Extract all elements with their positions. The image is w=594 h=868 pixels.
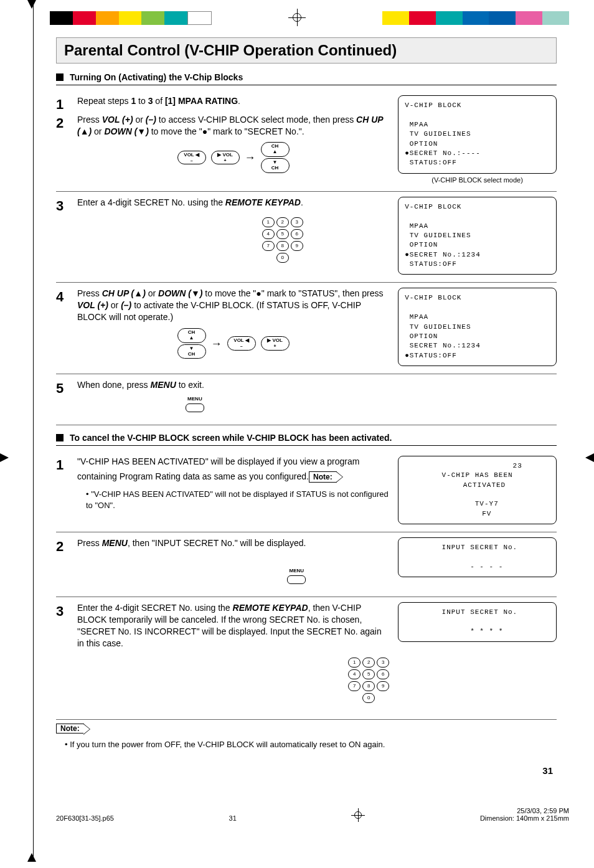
footer-datetime: 25/3/03, 2:59 PM bbox=[517, 807, 569, 814]
footer-page: 31 bbox=[229, 814, 237, 822]
step-text: Repeat steps 1 to 3 of [1] MPAA RATING. bbox=[77, 95, 240, 114]
footer-dimension: Dimension: 140mm x 215mm bbox=[480, 814, 569, 822]
key-8[interactable]: 8 bbox=[362, 681, 375, 691]
osd-display: V-CHIP BLOCK MPAA TV GUIDELINES OPTION ●… bbox=[398, 197, 557, 275]
menu-button[interactable]: MENU bbox=[186, 396, 204, 412]
key-2[interactable]: 2 bbox=[362, 658, 375, 668]
step: 3Enter a 4-digit SECRET No. using the RE… bbox=[56, 192, 557, 283]
vol-button[interactable]: VOL ◀– bbox=[177, 151, 206, 164]
key-1[interactable]: 1 bbox=[262, 217, 275, 227]
menu-button[interactable]: MENU bbox=[287, 568, 306, 584]
key-7[interactable]: 7 bbox=[262, 241, 275, 251]
step: 4Press CH UP (▲) or DOWN (▼) to move the… bbox=[56, 283, 557, 374]
note-text: • "V-CHIP HAS BEEN ACTIVATED" will not b… bbox=[86, 489, 389, 511]
remote-keypad: 1234567890 bbox=[348, 658, 389, 703]
key-4[interactable]: 4 bbox=[262, 229, 275, 239]
key-4[interactable]: 4 bbox=[348, 669, 361, 679]
key-7[interactable]: 7 bbox=[348, 681, 361, 691]
step-text: Press VOL (+) or (–) to access V-CHIP BL… bbox=[77, 114, 389, 178]
key-9[interactable]: 9 bbox=[291, 241, 303, 251]
arrow-right-icon: → bbox=[245, 150, 256, 165]
key-8[interactable]: 8 bbox=[276, 241, 289, 251]
step: 2Press MENU, then "INPUT SECRET No." wil… bbox=[56, 532, 557, 597]
ch-down-button[interactable]: ▼CH bbox=[177, 344, 206, 359]
step-number: 3 bbox=[56, 602, 68, 712]
osd-display: INPUT SECRET No. * * * * bbox=[398, 602, 557, 642]
key-9[interactable]: 9 bbox=[377, 681, 389, 691]
page-title: Parental Control (V-CHIP Operation Conti… bbox=[56, 37, 557, 64]
section-activating: Turning On (Activating) the V-Chip Block… bbox=[56, 70, 557, 85]
key-6[interactable]: 6 bbox=[291, 229, 303, 239]
step-text: "V-CHIP HAS BEEN ACTIVATED" will be disp… bbox=[77, 456, 389, 514]
step: 1Repeat steps 1 to 3 of [1] MPAA RATING.… bbox=[56, 90, 557, 192]
key-5[interactable]: 5 bbox=[362, 669, 375, 679]
key-3[interactable]: 3 bbox=[291, 217, 303, 227]
ch-down-button[interactable]: ▼CH bbox=[261, 158, 290, 173]
step-text: Enter a 4-digit SECRET No. using the REM… bbox=[77, 197, 303, 271]
step: 5When done, press MENU to exit. MENU bbox=[56, 374, 557, 425]
osd-caption: (V-CHIP BLOCK select mode) bbox=[398, 176, 557, 184]
note-label: Note: bbox=[56, 724, 84, 734]
footer: 20F630[31-35].p65 31 25/3/03, 2:59 PM Di… bbox=[0, 788, 594, 828]
vol-button[interactable]: ▶ VOL+ bbox=[211, 151, 240, 164]
step-number: 1 bbox=[56, 456, 68, 514]
bullet-icon bbox=[56, 434, 64, 441]
step: 3Enter the 4-digit SECRET No. using the … bbox=[56, 597, 557, 720]
ch-up-button[interactable]: CH▲ bbox=[177, 328, 206, 343]
step-number: 1 bbox=[56, 95, 68, 114]
key-1[interactable]: 1 bbox=[348, 658, 361, 668]
section-activating-label: Turning On (Activating) the V-Chip Block… bbox=[70, 72, 243, 82]
step-text: Press MENU, then "INPUT SECRET No." will… bbox=[77, 537, 306, 589]
step-number: 3 bbox=[56, 197, 68, 271]
key-2[interactable]: 2 bbox=[276, 217, 289, 227]
step-text: When done, press MENU to exit. MENU bbox=[77, 379, 204, 417]
step: 1"V-CHIP HAS BEEN ACTIVATED" will be dis… bbox=[56, 451, 557, 532]
osd-display: V-CHIP BLOCK MPAA TV GUIDELINES OPTION S… bbox=[398, 288, 557, 366]
ch-up-button[interactable]: CH▲ bbox=[261, 142, 290, 157]
page-number: 31 bbox=[56, 753, 557, 776]
osd-display: V-CHIP BLOCK MPAA TV GUIDELINES OPTION ●… bbox=[398, 95, 557, 174]
vol-button[interactable]: VOL ◀– bbox=[227, 336, 256, 350]
step-number: 5 bbox=[56, 379, 68, 417]
step-number: 4 bbox=[56, 288, 68, 364]
final-note: • If you turn the power from OFF, the V-… bbox=[65, 740, 557, 749]
key-3[interactable]: 3 bbox=[377, 658, 389, 668]
key-6[interactable]: 6 bbox=[377, 669, 389, 679]
key-0[interactable]: 0 bbox=[276, 253, 289, 263]
osd-display: INPUT SECRET No. - - - - bbox=[398, 537, 557, 577]
step-text: Enter the 4-digit SECRET No. using the R… bbox=[77, 602, 389, 712]
step-text: Press CH UP (▲) or DOWN (▼) to move the … bbox=[77, 288, 389, 364]
vol-button[interactable]: ▶ VOL+ bbox=[261, 336, 290, 350]
section-cancel: To cancel the V-CHIP BLOCK screen while … bbox=[56, 430, 557, 446]
key-0[interactable]: 0 bbox=[362, 693, 375, 703]
osd-display: 23 V-CHIP HAS BEEN ACTIVATED TV-Y7 FV bbox=[398, 456, 557, 524]
key-5[interactable]: 5 bbox=[276, 229, 289, 239]
bullet-icon bbox=[56, 73, 64, 81]
footer-file: 20F630[31-35].p65 bbox=[56, 814, 114, 822]
step-number: 2 bbox=[56, 114, 68, 178]
note-label: Note: bbox=[309, 471, 337, 483]
step-number: 2 bbox=[56, 537, 68, 589]
arrow-right-icon: → bbox=[211, 336, 222, 351]
remote-keypad: 1234567890 bbox=[262, 217, 303, 263]
registration-crosshair-bottom bbox=[351, 808, 365, 822]
section-cancel-label: To cancel the V-CHIP BLOCK screen while … bbox=[70, 433, 392, 443]
